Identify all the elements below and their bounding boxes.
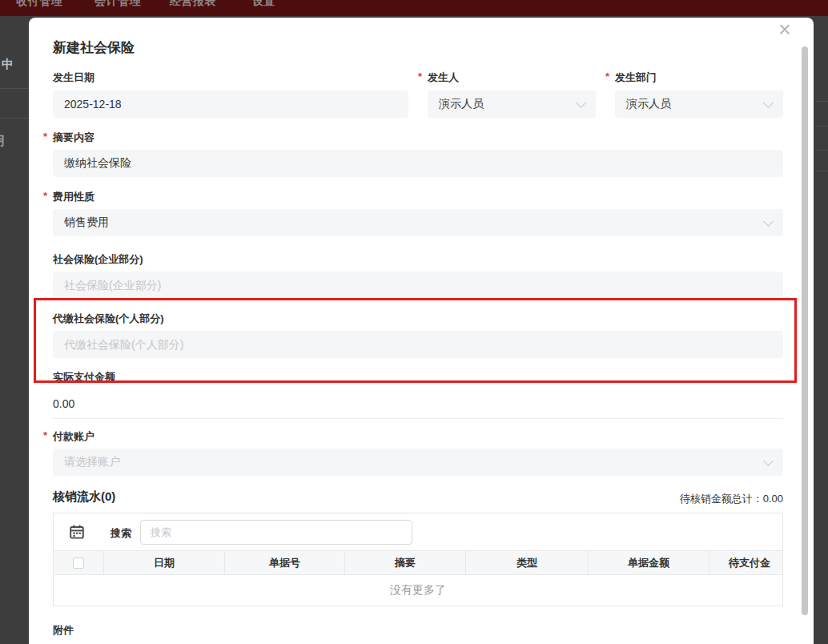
screen: 收付管理 会计管理 经营报表 设置 中 用 × 新建社会保险 发生日期 * 发生… bbox=[0, 0, 828, 644]
nav-item-accounting[interactable]: 会计管理 bbox=[94, 0, 141, 9]
search-label: 搜索 bbox=[111, 526, 131, 541]
payment-account-label: 付款账户 bbox=[53, 429, 94, 444]
background-divider bbox=[0, 88, 29, 89]
new-social-insurance-modal: × 新建社会保险 发生日期 * 发生人 演示人员 * 发生部门 演示人员 * 摘… bbox=[29, 18, 814, 644]
writeoff-total: 待核销金额总计：0.00 bbox=[680, 492, 783, 506]
required-mark: * bbox=[418, 70, 422, 83]
search-input-box[interactable] bbox=[140, 520, 412, 545]
expense-nature-value: 销售费用 bbox=[64, 215, 109, 230]
close-icon[interactable]: × bbox=[778, 19, 791, 41]
required-mark: * bbox=[43, 429, 47, 441]
occur-date-input[interactable] bbox=[53, 91, 408, 118]
select-all-checkbox[interactable] bbox=[73, 557, 84, 569]
top-navbar: 收付管理 会计管理 经营报表 设置 bbox=[0, 0, 828, 16]
payment-account-placeholder: 请选择账户 bbox=[64, 455, 120, 469]
chevron-down-icon bbox=[763, 216, 774, 227]
writeoff-total-label: 待核销金额总计： bbox=[680, 493, 763, 505]
background-text-fragment: 用 bbox=[0, 134, 5, 149]
background-divider bbox=[0, 118, 29, 119]
summary-label: 摘要内容 bbox=[53, 131, 94, 145]
modal-title: 新建社会保险 bbox=[53, 38, 135, 57]
table-empty-state: 没有更多了 bbox=[54, 575, 782, 606]
occur-department-value: 演示人员 bbox=[626, 97, 671, 111]
background-divider bbox=[815, 150, 828, 151]
writeoff-total-value: 0.00 bbox=[763, 493, 783, 505]
writeoff-section-title: 核销流水(0) bbox=[53, 489, 115, 505]
occur-person-value: 演示人员 bbox=[439, 97, 484, 111]
divider bbox=[53, 418, 783, 419]
background-text-fragment: 中 bbox=[2, 57, 14, 72]
expense-nature-label: 费用性质 bbox=[53, 190, 94, 204]
nav-item-reports[interactable]: 经营报表 bbox=[170, 0, 216, 9]
col-header-doc-amount: 单据金额 bbox=[588, 551, 709, 574]
nav-item-settings[interactable]: 设置 bbox=[252, 0, 275, 9]
social-insurance-company-value[interactable] bbox=[64, 279, 772, 292]
col-header-date: 日期 bbox=[103, 551, 224, 574]
background-divider bbox=[815, 126, 828, 127]
social-insurance-personal-value[interactable] bbox=[64, 338, 772, 351]
col-header-type: 类型 bbox=[465, 551, 588, 574]
background-divider bbox=[815, 171, 828, 171]
select-all-cell bbox=[54, 551, 103, 574]
occur-department-select[interactable]: 演示人员 bbox=[615, 91, 783, 118]
summary-value[interactable] bbox=[64, 157, 772, 170]
occur-date-label: 发生日期 bbox=[53, 70, 94, 85]
occur-department-label: 发生部门 bbox=[615, 70, 657, 85]
social-insurance-personal-input[interactable] bbox=[53, 331, 783, 358]
social-insurance-company-input[interactable] bbox=[53, 272, 783, 299]
nav-item-payments[interactable]: 收付管理 bbox=[16, 0, 62, 9]
col-header-doc-number: 单据号 bbox=[224, 551, 344, 574]
occur-person-label: 发生人 bbox=[428, 70, 459, 85]
occur-person-select[interactable]: 演示人员 bbox=[428, 91, 596, 118]
chevron-down-icon bbox=[763, 98, 774, 108]
required-mark: * bbox=[605, 70, 609, 83]
required-mark: * bbox=[43, 190, 47, 202]
actual-payment-label: 实际支付金额 bbox=[53, 370, 115, 384]
chevron-down-icon bbox=[576, 98, 586, 108]
occur-date-value[interactable] bbox=[64, 98, 397, 111]
search-input[interactable] bbox=[151, 526, 402, 538]
social-insurance-company-label: 社会保险(企业部分) bbox=[53, 252, 143, 267]
col-header-pending-amount: 待支付金 bbox=[709, 551, 782, 574]
writeoff-table-header: 日期 单据号 摘要 类型 单据金额 待支付金 bbox=[54, 550, 782, 575]
required-mark: * bbox=[43, 131, 47, 143]
calendar-icon[interactable] bbox=[70, 525, 84, 539]
summary-input[interactable] bbox=[53, 150, 783, 177]
background-divider bbox=[815, 101, 828, 102]
expense-nature-select[interactable]: 销售费用 bbox=[53, 209, 783, 236]
attachments-label: 附件 bbox=[53, 623, 74, 638]
social-insurance-personal-label: 代缴社会保险(个人部分) bbox=[53, 312, 164, 326]
actual-payment-value: 0.00 bbox=[53, 397, 74, 410]
payment-account-select[interactable]: 请选择账户 bbox=[53, 449, 783, 476]
col-header-summary: 摘要 bbox=[344, 551, 465, 574]
modal-scrollbar-thumb[interactable] bbox=[802, 46, 808, 615]
writeoff-panel: 搜索 日期 单据号 摘要 类型 单据金额 待支付金 没有更多了 bbox=[53, 513, 783, 606]
chevron-down-icon bbox=[763, 456, 774, 466]
writeoff-toolbar: 搜索 bbox=[54, 513, 782, 550]
